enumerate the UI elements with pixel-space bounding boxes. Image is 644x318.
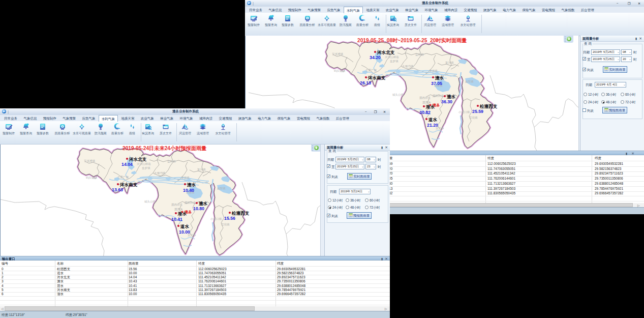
svg-text:道水: 道水 <box>180 224 190 229</box>
svg-text:涔水北支: 涔水北支 <box>377 50 395 55</box>
svg-text:10.80: 10.80 <box>193 206 204 211</box>
svg-text:14.04: 14.04 <box>121 162 133 167</box>
svg-text:澧水: 澧水 <box>198 201 208 206</box>
svg-text:澹水: 澹水 <box>187 182 196 187</box>
svg-text:渐水: 渐水 <box>425 104 435 109</box>
svg-text:松澧西支: 松澧西支 <box>231 211 250 216</box>
svg-text:松澧西支: 松澧西支 <box>479 104 498 109</box>
svg-text:澹水: 澹水 <box>435 75 444 80</box>
svg-text:37.05: 37.05 <box>431 81 442 86</box>
svg-text:36.30: 36.30 <box>441 99 452 104</box>
svg-text:澧水: 澧水 <box>446 94 456 99</box>
svg-text:10.00: 10.00 <box>179 229 190 235</box>
svg-text:21.20: 21.20 <box>427 123 438 128</box>
svg-text:34.20: 34.20 <box>370 55 381 60</box>
svg-text:15.56: 15.56 <box>224 216 235 221</box>
svg-text:渐水: 渐水 <box>177 211 187 216</box>
svg-text:涔水南支: 涔水南支 <box>119 182 138 187</box>
svg-text:10.41: 10.41 <box>171 217 182 222</box>
svg-text:涔水南支: 涔水南支 <box>367 75 386 80</box>
svg-text:25.59: 25.59 <box>472 109 483 114</box>
svg-text:涔水北支: 涔水北支 <box>129 157 147 162</box>
svg-text:26.13: 26.13 <box>360 80 371 85</box>
svg-text:13.63: 13.63 <box>112 187 123 192</box>
svg-text:2019-05-24日未来24小时预报面雨量: 2019-05-24日未来24小时预报面雨量 <box>122 146 206 151</box>
svg-text:2019-05-25_08时~2019-05-25_20时实: 2019-05-25_08时~2019-05-25_20时实时面雨量 <box>357 38 467 43</box>
svg-text:10.40: 10.40 <box>183 188 194 193</box>
svg-text:30.82: 30.82 <box>419 110 431 115</box>
svg-text:道水: 道水 <box>428 117 438 122</box>
